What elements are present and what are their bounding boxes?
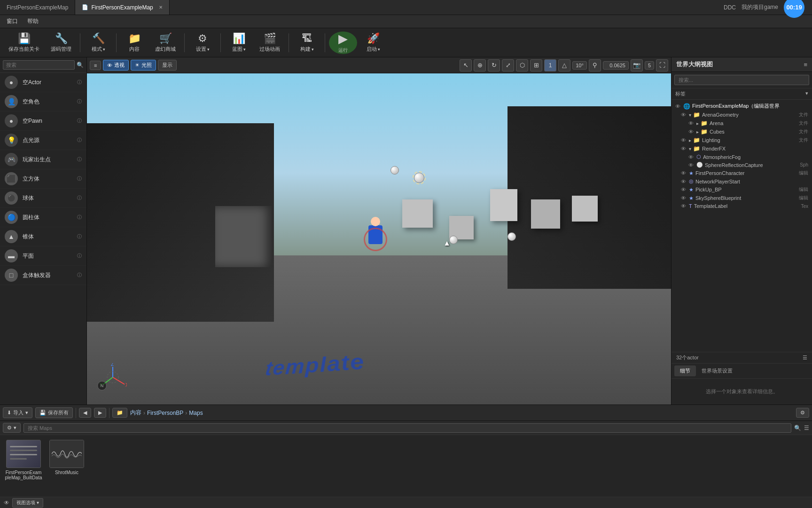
tree-eye-pickup[interactable]: 👁 [681,187,686,192]
toolbar-blueprint-button[interactable]: 📊 蓝图 ▾ [225,31,253,55]
actor-item-point-light[interactable]: 💡 点光源 ⓘ [0,131,86,150]
left-search-icon[interactable]: 🔍 [77,62,84,68]
tree-eye-sky-sphere[interactable]: 👁 [681,195,686,201]
tree-eye-nps[interactable]: 👁 [681,179,686,184]
tags-expand-icon[interactable]: ▾ [805,90,808,96]
view-options-button[interactable]: 视图选项 ▾ [12,498,43,508]
vp-translate-icon[interactable]: ⊕ [474,59,486,71]
tree-item-template-label[interactable]: 👁 T TemplateLabel Tex [671,202,812,210]
tree-eye-arena-geom[interactable]: 👁 [681,112,686,118]
tree-item-atm-fog[interactable]: 👁 ⬡ AtmosphericFog [671,153,812,161]
tree-eye-cubes[interactable]: 👁 [688,129,694,135]
vp-scale2-icon[interactable]: ⚲ [589,59,601,71]
outliner-search-input[interactable] [674,75,809,85]
tree-eye-template-label[interactable]: 👁 [681,203,686,209]
content-filter-icon[interactable]: ☰ [804,425,809,431]
vp-select-icon[interactable]: ↖ [460,59,472,71]
toolbar-source-button[interactable]: 🔧 源码管理 [46,31,76,55]
toolbar-run-button[interactable]: ▶ 运行 [329,32,357,54]
actor-item-empty-actor[interactable]: ● 空Actor ⓘ [0,73,86,92]
actor-item-empty-char[interactable]: 👤 空角色 ⓘ [0,92,86,111]
breadcrumb-maps[interactable]: Maps [189,410,203,416]
viewport-canvas[interactable]: ▲ template X Y Z N [87,73,671,405]
vp-menu-button[interactable]: ≡ [90,61,101,70]
tree-eye-fpc[interactable]: 👁 [681,170,686,176]
tree-item-sky-sphere[interactable]: 👁 ★ SkySphereBlueprint 编辑 [671,194,812,202]
menu-window[interactable]: 窗口 [2,15,23,28]
folder-icon-btn[interactable]: 📁 [112,408,127,418]
tree-item-cubes[interactable]: 👁 ▸ 📁 Cubes 文件 [671,127,812,136]
content-search-icon[interactable]: 🔍 [794,425,801,431]
vp-display-button[interactable]: 显示 [158,60,177,71]
toolbar-build-button[interactable]: 🏗 构建 ▾ [293,31,321,55]
actor-item-cube[interactable]: ⬛ 立方体 ⓘ [0,169,86,189]
tree-eye-sphere-reflect[interactable]: 👁 [688,162,694,168]
toolbar-settings-button[interactable]: ⚙ 设置 ▾ [188,31,217,55]
toolbar-start-button[interactable]: 🚀 启动 ▾ [359,31,387,55]
tree-eye-renderfx[interactable]: 👁 [681,146,686,151]
tree-item-fpc[interactable]: 👁 ★ FirstPersonCharacter 编辑 [671,169,812,177]
vp-scale-icon[interactable]: ⤢ [502,59,514,71]
tab-first[interactable]: FirstPersonExampleMap [0,0,75,15]
content-item-audio[interactable]: ShrotMusic [48,440,86,492]
build-icon: 🏗 [302,32,312,45]
vp-angle-icon[interactable]: △ [558,59,570,71]
settings-btn-bottom[interactable]: ⚙ [796,408,809,418]
vp-perspective-button[interactable]: 👁 透视 [103,60,129,71]
content-label-audio: ShrotMusic [55,470,78,475]
vp-grid-icon[interactable]: ⊞ [530,59,542,71]
tree-eye-atm-fog[interactable]: 👁 [688,154,694,160]
toolbar-save-button[interactable]: 💾 保存当前关卡 [4,31,44,55]
tree-item-renderfx[interactable]: 👁 ▾ 📁 RenderFX [671,144,812,153]
tree-item-arena[interactable]: 👁 ▸ 📁 Arena 文件 [671,119,812,127]
actor-item-plane[interactable]: ▬ 平面 ⓘ [0,246,86,266]
menu-help[interactable]: 帮助 [23,15,43,28]
actor-item-empty-pawn[interactable]: ● 空Pawn ⓘ [0,111,86,131]
vp-fullscreen-icon[interactable]: ⛶ [656,59,668,71]
settings-icon: ⚙ [198,32,207,45]
content-search-input[interactable] [23,423,791,433]
detail-tab-detail[interactable]: 细节 [674,365,696,376]
tab-second[interactable]: 📄 FirstPersonExampleMap ✕ [75,0,169,15]
vp-transform-icon[interactable]: ⬡ [516,59,528,71]
toolbar-animation-button[interactable]: 🎬 过场动画 [255,31,285,55]
nav-back-button[interactable]: ◀ [79,408,91,418]
tree-item-pickup[interactable]: 👁 ★ PickUp_BP 编辑 [671,185,812,194]
actor-item-trigger[interactable]: □ 盒体触发器 ⓘ [0,266,86,285]
svg-line-0 [113,377,125,384]
actor-item-cone[interactable]: ▲ 锥体 ⓘ [0,227,86,246]
breadcrumb-sep-1: › [143,410,145,416]
vp-snap-icon[interactable]: 1 [544,59,556,71]
tree-eye-root[interactable]: 👁 [675,103,680,109]
import-button[interactable]: ⬇ 导入 ▾ [3,407,32,418]
nav-forward-button[interactable]: ▶ [94,408,106,418]
actor-item-player-start[interactable]: 🎮 玩家出生点 ⓘ [0,150,86,169]
char-head [371,217,380,226]
detail-tab-world[interactable]: 世界场景设置 [696,365,738,376]
actor-item-sphere[interactable]: ⚫ 球体 ⓘ [0,189,86,208]
tree-item-sphere-reflect[interactable]: 👁 ⚪ SphereReflectionCapture Sph [671,161,812,169]
toolbar-content-button[interactable]: 📁 内容 [120,31,148,55]
breadcrumb-firstpersonbp[interactable]: FirstPersonBP [147,410,183,416]
outliner-menu-icon[interactable]: ≡ [804,61,807,68]
breadcrumb-content[interactable]: 内容 [130,409,141,417]
tree-item-nps[interactable]: 👁 ◎ NetworkPlayerStart [671,177,812,185]
toolbar-market-button[interactable]: 🛒 虚幻商城 [150,31,180,55]
tree-item-arena-geometry[interactable]: 👁 ▾ 📁 ArenaGeometry 文件 [671,111,812,119]
cylinder-icon: 🔵 [5,211,18,224]
tree-item-root[interactable]: 👁 🌐 FirstPersonExampleMap（编辑器世界 [671,102,812,111]
actor-item-cylinder[interactable]: 🔵 圆柱体 ⓘ [0,208,86,227]
vp-rotate-icon[interactable]: ↻ [488,59,500,71]
source-filter-button[interactable]: ⚙ ▾ [3,423,21,433]
vp-camera-icon[interactable]: 📷 [631,59,643,71]
map-thumb [7,440,40,468]
tree-eye-lighting[interactable]: 👁 [681,137,686,143]
toolbar-mode-button[interactable]: 🔨 模式 ▾ [84,31,112,55]
content-item-map[interactable]: FirstPersonExampleMap_BuiltData [5,440,42,492]
tree-eye-arena[interactable]: 👁 [688,120,694,126]
vp-lighting-button[interactable]: ☀ 光照 [131,60,156,71]
tree-item-lighting[interactable]: 👁 ▸ 📁 Lighting 文件 [671,136,812,144]
save-all-button[interactable]: 💾 保存所有 [35,407,73,418]
outliner-title: 世界大纲视图 [676,60,713,69]
left-search-input[interactable] [3,60,75,70]
